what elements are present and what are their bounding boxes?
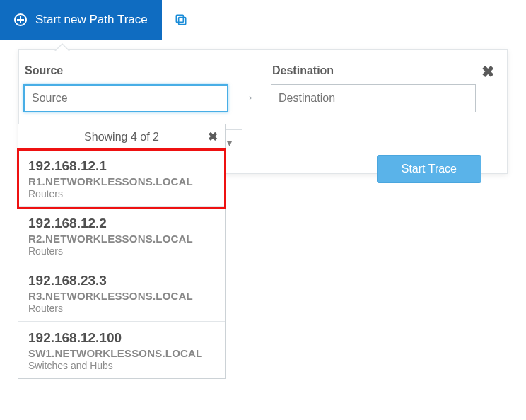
svg-rect-0 bbox=[179, 18, 186, 25]
dropdown-item[interactable]: 192.168.12.2 R2.NETWORKLESSONS.LOCAL Rou… bbox=[18, 207, 225, 264]
dropdown-item-host: SW1.NETWORKLESSONS.LOCAL bbox=[28, 347, 215, 359]
close-icon[interactable]: ✖ bbox=[481, 63, 494, 81]
top-bar: Start new Path Trace bbox=[0, 0, 526, 40]
destination-input[interactable] bbox=[271, 84, 476, 112]
dropdown-item-type: Routers bbox=[28, 303, 215, 314]
start-trace-button[interactable]: Start Trace bbox=[377, 155, 481, 183]
dropdown-item[interactable]: 192.168.23.3 R3.NETWORKLESSONS.LOCAL Rou… bbox=[18, 264, 225, 322]
source-input[interactable] bbox=[23, 84, 228, 112]
copy-icon bbox=[174, 13, 188, 27]
dropdown-item[interactable]: 192.168.12.100 SW1.NETWORKLESSONS.LOCAL … bbox=[18, 322, 225, 378]
source-label: Source bbox=[25, 64, 228, 77]
dropdown-close-icon[interactable]: ✖ bbox=[208, 129, 218, 144]
chevron-down-icon: ▾ bbox=[227, 137, 232, 148]
plus-circle-icon bbox=[14, 13, 27, 26]
dropdown-item[interactable]: 192.168.12.1 R1.NETWORKLESSONS.LOCAL Rou… bbox=[18, 150, 225, 207]
dropdown-item-type: Routers bbox=[28, 188, 215, 199]
arrow-icon: → bbox=[228, 88, 267, 112]
source-suggestions-dropdown: Showing 4 of 2 ✖ 192.168.12.1 R1.NETWORK… bbox=[18, 124, 226, 379]
dropdown-item-host: R1.NETWORKLESSONS.LOCAL bbox=[28, 175, 215, 187]
dropdown-item-ip: 192.168.12.100 bbox=[28, 330, 215, 346]
dropdown-item-type: Switches and Hubs bbox=[28, 360, 215, 371]
svg-rect-1 bbox=[177, 15, 184, 22]
dropdown-item-host: R2.NETWORKLESSONS.LOCAL bbox=[28, 233, 215, 245]
dropdown-item-ip: 192.168.12.1 bbox=[28, 158, 215, 174]
start-new-path-trace-button[interactable]: Start new Path Trace bbox=[0, 0, 162, 40]
start-new-path-trace-label: Start new Path Trace bbox=[35, 13, 148, 27]
copy-button[interactable] bbox=[162, 0, 201, 40]
dropdown-item-type: Routers bbox=[28, 245, 215, 257]
dropdown-item-host: R3.NETWORKLESSONS.LOCAL bbox=[28, 290, 215, 302]
dropdown-header: Showing 4 of 2 ✖ bbox=[18, 124, 225, 150]
dropdown-item-ip: 192.168.23.3 bbox=[28, 273, 215, 288]
destination-label: Destination bbox=[272, 64, 476, 77]
dropdown-item-ip: 192.168.12.2 bbox=[28, 216, 215, 231]
dropdown-header-text: Showing 4 of 2 bbox=[84, 131, 159, 144]
